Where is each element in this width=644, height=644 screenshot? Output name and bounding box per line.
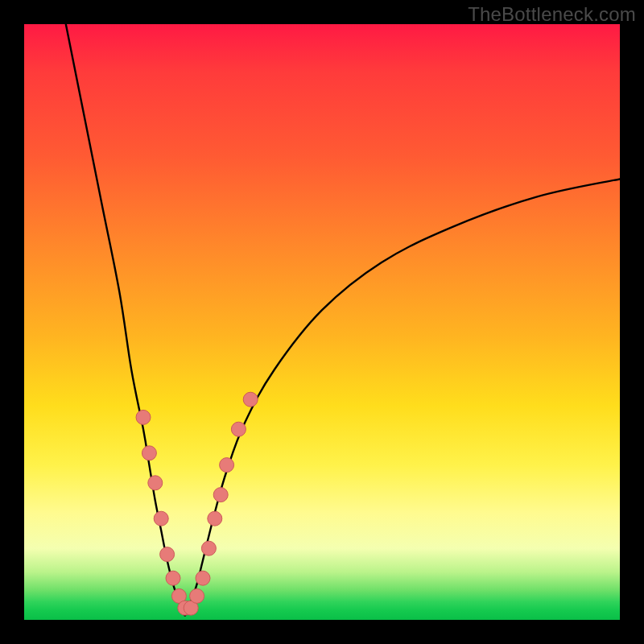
bottleneck-curve xyxy=(66,24,620,616)
data-marker xyxy=(160,547,175,562)
chart-svg xyxy=(24,24,620,620)
watermark-text: TheBottleneck.com xyxy=(468,3,636,26)
marker-group xyxy=(136,392,258,615)
data-marker xyxy=(220,458,234,473)
data-marker xyxy=(231,422,246,436)
curve-group xyxy=(66,24,620,616)
data-marker xyxy=(171,588,186,603)
data-marker xyxy=(166,571,180,585)
plot-area xyxy=(24,24,620,620)
data-marker xyxy=(213,488,228,502)
data-marker xyxy=(208,511,222,526)
data-marker xyxy=(190,588,204,603)
data-marker xyxy=(142,446,156,460)
data-marker xyxy=(243,392,258,407)
data-marker xyxy=(178,601,192,615)
data-marker xyxy=(184,601,198,615)
data-marker xyxy=(136,410,151,424)
data-marker xyxy=(196,571,210,585)
data-marker xyxy=(201,541,216,555)
data-marker xyxy=(154,511,168,526)
chart-frame: TheBottleneck.com xyxy=(0,0,644,644)
data-marker xyxy=(148,476,163,490)
